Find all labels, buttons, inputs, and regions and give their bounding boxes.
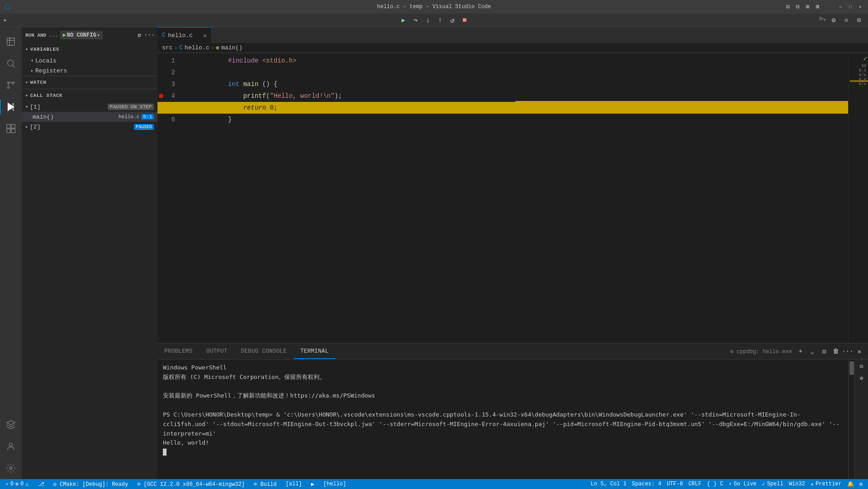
run-status-item[interactable]: ▶ <box>309 479 316 489</box>
breadcrumb-func[interactable]: main() <box>221 44 243 51</box>
callstack-thread-1[interactable]: ▾ [1] PAUSED ON STEP <box>22 102 157 112</box>
continue-button[interactable]: ▶ <box>398 15 409 26</box>
gcc-label: ⊙ [GCC 12.2.0 x86_64-w64-mingw32] <box>137 481 245 488</box>
callstack-frame-main[interactable]: main() hello.c 5:1 <box>22 112 157 122</box>
account-activity-icon[interactable] <box>0 436 22 457</box>
build-status-item[interactable]: ⊙ Build <box>252 479 278 489</box>
step-into-button[interactable]: ↓ <box>423 15 434 26</box>
debug-arrow-icon: ▶ <box>159 105 162 111</box>
run-config-button[interactable]: ▶ No Config ▾ <box>60 31 103 39</box>
extensions-activity-icon[interactable] <box>0 118 22 139</box>
close-panel-btn[interactable]: ✕ <box>854 346 864 356</box>
build-label: ⊙ Build <box>254 481 277 488</box>
window-title: hello.c - temp - Visual Studio Code <box>377 4 491 10</box>
terminal-tab[interactable]: TERMINAL <box>294 344 335 359</box>
source-control-activity-icon[interactable] <box>0 74 22 96</box>
spaces-status-item[interactable]: Spaces: 4 <box>630 481 663 487</box>
settings-activity-icon[interactable] <box>0 457 22 479</box>
maximize-panel-btn[interactable]: ⊡ <box>819 346 829 356</box>
remote-activity-icon[interactable] <box>0 414 22 436</box>
sidebar-more-btn[interactable]: ··· <box>145 31 154 40</box>
add-terminal-btn[interactable]: + <box>796 346 806 356</box>
spell-label: Spell <box>767 481 783 487</box>
open-in-editor-icon[interactable]: ⊡ <box>841 15 852 26</box>
terminal-line-6: PS C:\Users\HONOR\Desktop\temp> & 'c:\Us… <box>163 410 843 438</box>
debug-console-tab[interactable]: DEBUG CONSOLE <box>234 344 293 359</box>
debug-toolbar: ▸ ▶ ↷ ↓ ↑ ↺ ■ ▷⌄ ⚙ ⊡ ⊟ <box>0 14 868 27</box>
trash-btn[interactable]: 🗑 <box>831 346 841 356</box>
more-panel-btn[interactable]: ··· <box>843 346 853 356</box>
restart-button[interactable]: ↺ <box>447 15 458 26</box>
explorer-activity-icon[interactable] <box>0 31 22 53</box>
terminal-icon-1[interactable]: ⊡ <box>857 361 867 371</box>
code-line-5: ▶ 5 return 0; <box>157 102 848 114</box>
breakpoint-indicator[interactable] <box>159 94 163 98</box>
split-vertical-icon[interactable]: ⊟ <box>795 4 801 10</box>
go-live-status-item[interactable]: ⚡ Go Live <box>727 481 758 488</box>
svg-point-1 <box>8 60 14 66</box>
remote-status-item[interactable]: ⚡ 0 ⊗ 0 ⚠ <box>4 479 31 489</box>
variables-section-header[interactable]: ▾ VARIABLES <box>22 43 157 56</box>
language-status-item[interactable]: { } C <box>705 481 725 487</box>
terminal-content[interactable]: Windows PowerShell 版权所有 (C) Microsoft Co… <box>157 360 848 479</box>
split-horizontal-icon[interactable]: ⊞ <box>805 4 811 10</box>
registers-item[interactable]: ▸ Registers <box>22 66 157 76</box>
position-status-item[interactable]: Ln 5, Col 1 <box>589 481 628 487</box>
step-over-button[interactable]: ↷ <box>410 15 421 26</box>
terminal-label: ⚙ cppdbg: hello.exe <box>730 348 792 355</box>
customize-layout-icon[interactable]: ⊠ <box>815 4 821 10</box>
callstack-section-header[interactable]: ▾ CALL STACK <box>22 89 157 102</box>
editor-tab-hello-c[interactable]: C hello.c ✕ <box>157 27 212 43</box>
problems-tab[interactable]: PROBLEMS <box>157 344 199 359</box>
scrollbar-thumb[interactable] <box>849 361 854 375</box>
minimize-button[interactable]: — <box>837 4 844 10</box>
output-tab[interactable]: OUTPUT <box>199 344 234 359</box>
search-activity-icon[interactable] <box>0 53 22 74</box>
all-status-item[interactable]: [all] <box>284 479 304 489</box>
line1-num: 1 <box>165 55 181 67</box>
breadcrumb-src[interactable]: src <box>162 44 172 51</box>
locals-item[interactable]: ▾ Locals <box>22 56 157 66</box>
thread2-id: [2] <box>30 124 40 130</box>
sidebar-run-header: RUN AND ... ▶ No Config ▾ ⚙ ··· <box>22 27 157 43</box>
spell-status-item[interactable]: ✓ Spell <box>760 481 785 488</box>
prettier-status-item[interactable]: ✦ Prettier <box>809 481 844 488</box>
breadcrumb-c-icon: C <box>179 44 183 51</box>
frame-main-name: main() <box>33 114 54 120</box>
callstack-thread-2[interactable]: ▸ [2] PAUSED <box>22 122 157 132</box>
source-control-status-item[interactable]: ⎇ <box>36 479 46 489</box>
svg-point-4 <box>13 82 14 84</box>
stop-button[interactable]: ■ <box>459 15 470 26</box>
gcc-status-item[interactable]: ⊙ [GCC 12.2.0 x86_64-w64-mingw32] <box>135 479 247 489</box>
maximize-button[interactable]: □ <box>847 4 854 10</box>
watch-section-header[interactable]: ▾ WATCH <box>22 76 157 89</box>
step-out-button[interactable]: ↑ <box>435 15 446 26</box>
minimap-stats: 39 0.1 K/s 0.0 K/s <box>859 64 866 86</box>
line-ending-status-item[interactable]: CRLF <box>687 481 703 487</box>
line6-code[interactable]: } <box>181 109 232 130</box>
toggle-panel-icon[interactable]: ⊟ <box>854 15 864 26</box>
customize-debug-icon[interactable]: ⚙ <box>828 15 839 26</box>
run-debug-activity-icon[interactable] <box>0 96 22 118</box>
terminal-line-1: Windows PowerShell <box>163 363 843 373</box>
checkmark-icon: ✓ <box>863 55 867 62</box>
hello-status-item[interactable]: [hello] <box>322 479 348 489</box>
minimap: ✓ 39 0.1 K/s 0.0 K/s <box>848 53 868 343</box>
language-label: { } C <box>707 481 723 487</box>
notifications-status-item[interactable]: 🔔 <box>845 481 856 488</box>
encoding-status-item[interactable]: UTF-8 <box>665 481 685 487</box>
breadcrumb-file[interactable]: hello.c <box>185 44 210 51</box>
thread1-chevron: ▾ <box>25 104 28 110</box>
vscode-icon: ⬡ <box>5 2 11 11</box>
close-button[interactable]: ✕ <box>857 4 863 10</box>
cmake-status-item[interactable]: ◎ CMake: [Debug]: Ready <box>52 479 130 489</box>
svg-point-13 <box>10 467 12 470</box>
sidebar-settings-btn[interactable]: ⚙ <box>135 31 144 40</box>
win32-status-item[interactable]: Win32 <box>787 481 807 487</box>
settings-status-item[interactable]: ⚙ <box>858 481 864 488</box>
terminal-icon-2[interactable]: ⚙ <box>857 373 867 383</box>
layout-icon[interactable]: ⊡ <box>785 4 791 10</box>
tab-close-button[interactable]: ✕ <box>203 32 207 39</box>
split-terminal-btn[interactable]: ⌄ <box>807 346 817 356</box>
spaces-label: Spaces: 4 <box>632 481 661 487</box>
